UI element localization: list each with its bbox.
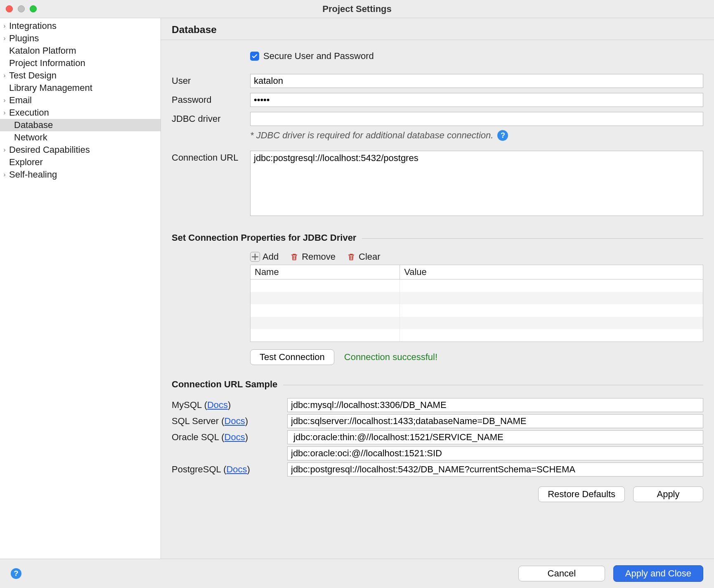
sidebar-item-label: Test Design [9,70,57,81]
jdbc-hint: * JDBC driver is required for additional… [250,130,493,141]
sidebar-item-katalon-platform[interactable]: ›Katalon Platform [0,45,161,57]
sidebar-item-explorer[interactable]: ›Explorer [0,156,161,168]
sidebar-item-label: Integrations [9,21,57,31]
sample-name: SQL Server [172,416,219,426]
sidebar-item-label: Network [9,132,47,143]
chevron-right-icon: › [0,146,9,154]
sample-url-input[interactable] [287,398,703,412]
connection-url-input[interactable]: jdbc:postgresql://localhost:5432/postgre… [250,151,703,216]
password-label: Password [172,93,245,105]
secure-checkbox-label: Secure User and Password [263,51,374,62]
sidebar-item-integrations[interactable]: ›Integrations [0,20,161,32]
chevron-right-icon: › [0,35,9,42]
sidebar-item-label: Explorer [9,157,43,168]
connection-props-title: Set Connection Properties for JDBC Drive… [172,232,356,243]
properties-table[interactable]: Name Value [250,265,703,342]
connection-status: Connection successful! [344,352,437,363]
docs-link[interactable]: Docs [225,432,245,442]
window-minimize-icon[interactable] [18,5,25,12]
docs-link[interactable]: Docs [207,400,228,410]
secure-checkbox[interactable] [250,52,259,61]
col-value[interactable]: Value [400,265,703,280]
sidebar-item-project-information[interactable]: ›Project Information [0,57,161,69]
add-label: Add [262,251,279,262]
add-property-button[interactable]: Add [250,251,279,262]
plus-icon [250,252,260,262]
settings-sidebar: ›Integrations›Plugins›Katalon Platform›P… [0,18,161,559]
docs-link[interactable]: Docs [226,464,247,474]
table-row[interactable] [251,280,703,292]
col-name[interactable]: Name [251,265,400,280]
sidebar-item-label: Katalon Platform [9,45,76,56]
clear-label: Clear [359,251,381,262]
sample-row: PostgreSQL (Docs) [172,462,703,477]
sidebar-item-label: Desired Capabilities [9,145,90,155]
window-title: Project Settings [322,4,391,14]
sample-url-input[interactable] [287,430,703,444]
sample-label: PostgreSQL (Docs) [172,464,283,475]
sample-row: Oracle SQL (Docs) [172,430,703,444]
sample-label: SQL Server (Docs) [172,416,283,427]
sample-row: SQL Server (Docs) [172,414,703,428]
sample-label: MySQL (Docs) [172,400,283,410]
sidebar-item-label: Self-healing [9,169,57,180]
window-zoom-icon[interactable] [30,5,37,12]
titlebar: Project Settings [0,0,714,18]
page-title: Database [161,18,714,40]
table-row[interactable] [251,292,703,304]
sidebar-item-label: Plugins [9,33,39,44]
jdbc-driver-input[interactable] [250,112,703,126]
test-connection-button[interactable]: Test Connection [250,349,334,365]
sample-name: PostgreSQL [172,464,221,474]
sidebar-item-label: Project Information [9,58,85,69]
jdbc-driver-label: JDBC driver [172,112,245,124]
help-icon[interactable]: ? [497,130,508,141]
sample-url-input[interactable] [287,446,703,460]
table-row[interactable] [251,329,703,341]
restore-defaults-button[interactable]: Restore Defaults [538,486,625,502]
window-close-icon[interactable] [6,5,13,12]
sample-row: MySQL (Docs) [172,398,703,412]
trash-icon [346,252,356,262]
user-input[interactable] [250,74,703,88]
chevron-right-icon: › [0,72,9,79]
divider [362,238,703,239]
sidebar-item-library-management[interactable]: ›Library Management [0,82,161,94]
table-row[interactable] [251,317,703,329]
traffic-lights [6,5,37,12]
settings-main: Database Secure User and Password User [161,18,714,559]
docs-link[interactable]: Docs [225,416,245,426]
sidebar-item-test-design[interactable]: ›Test Design [0,69,161,82]
sample-name: MySQL [172,400,202,410]
sidebar-item-label: Email [9,95,32,106]
chevron-right-icon: › [0,109,9,116]
sample-label: Oracle SQL (Docs) [172,432,283,443]
chevron-right-icon: › [0,171,9,178]
sidebar-item-self-healing[interactable]: ›Self-healing [0,168,161,181]
sidebar-item-database[interactable]: ›Database [0,119,161,131]
apply-and-close-button[interactable]: Apply and Close [613,565,703,582]
sidebar-item-label: Database [9,120,53,130]
connection-url-label: Connection URL [172,151,245,163]
sample-name: Oracle SQL [172,432,219,442]
sample-url-input[interactable] [287,462,703,477]
dialog-footer: ? Cancel Apply and Close [0,559,714,588]
remove-label: Remove [302,251,336,262]
table-row[interactable] [251,304,703,317]
sidebar-item-plugins[interactable]: ›Plugins [0,32,161,45]
clear-properties-button[interactable]: Clear [346,251,381,262]
sidebar-item-execution[interactable]: ›Execution [0,107,161,119]
sidebar-item-network[interactable]: ›Network [0,131,161,144]
sample-url-input[interactable] [287,414,703,428]
apply-button[interactable]: Apply [633,486,703,502]
spacer [172,51,245,52]
connection-url-sample-title: Connection URL Sample [172,379,277,390]
cancel-button[interactable]: Cancel [518,566,605,581]
password-input[interactable] [250,93,703,107]
help-icon[interactable]: ? [11,568,21,579]
sidebar-item-label: Execution [9,107,49,118]
sidebar-item-email[interactable]: ›Email [0,94,161,107]
sidebar-item-label: Library Management [9,83,92,93]
sidebar-item-desired-capabilities[interactable]: ›Desired Capabilities [0,144,161,156]
remove-property-button[interactable]: Remove [289,251,336,262]
